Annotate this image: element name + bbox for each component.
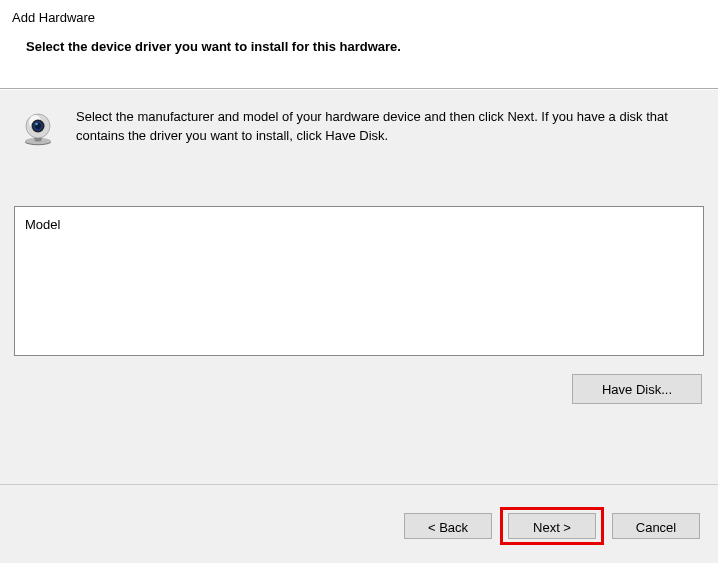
have-disk-button[interactable]: Have Disk... — [572, 374, 702, 404]
add-hardware-wizard: Add Hardware Select the device driver yo… — [0, 0, 718, 563]
wizard-content: Select the manufacturer and model of you… — [0, 90, 718, 484]
webcam-icon — [20, 110, 56, 146]
have-disk-row: Have Disk... — [14, 374, 704, 404]
wizard-header: Add Hardware Select the device driver yo… — [0, 0, 718, 88]
next-button-highlight: Next > — [500, 507, 604, 545]
next-button[interactable]: Next > — [508, 513, 596, 539]
window-title: Add Hardware — [12, 10, 706, 25]
instruction-text: Select the manufacturer and model of you… — [76, 108, 704, 146]
svg-point-8 — [35, 123, 38, 126]
wizard-subtitle: Select the device driver you want to ins… — [12, 39, 706, 54]
model-list[interactable]: Model — [14, 206, 704, 356]
wizard-footer: < Back Next > Cancel — [0, 484, 718, 563]
cancel-button[interactable]: Cancel — [612, 513, 700, 539]
model-list-header: Model — [25, 217, 693, 232]
instruction-row: Select the manufacturer and model of you… — [14, 108, 704, 146]
back-button[interactable]: < Back — [404, 513, 492, 539]
